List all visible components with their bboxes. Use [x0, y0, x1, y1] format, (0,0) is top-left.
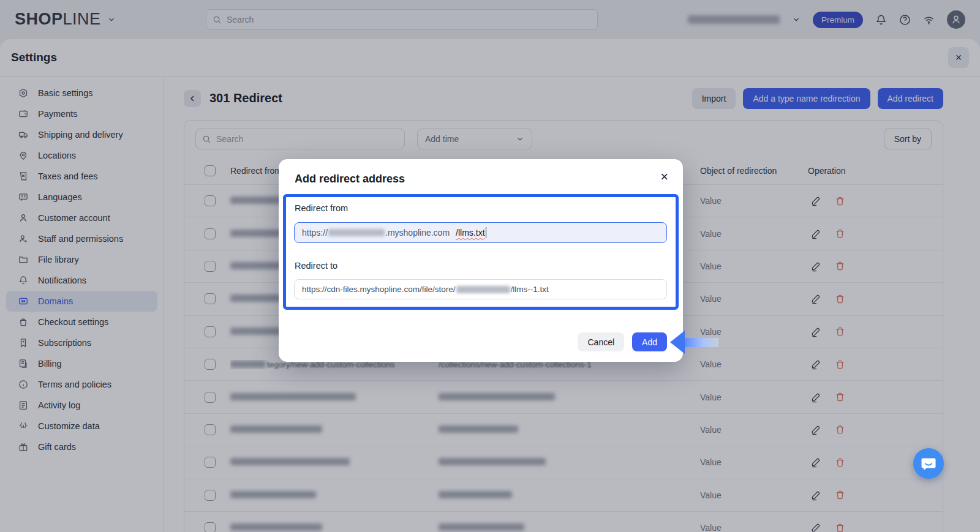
- add-redirect-modal: Add redirect address × Redirect from htt…: [279, 159, 683, 362]
- modal-close-icon[interactable]: ×: [660, 170, 668, 184]
- app-root: SHOPLINE Search Premium: [0, 0, 980, 532]
- modal-title: Add redirect address: [295, 173, 405, 185]
- tutorial-arrow-icon: [670, 331, 718, 354]
- text-caret: [486, 227, 487, 238]
- cancel-button[interactable]: Cancel: [578, 332, 624, 351]
- redirect-to-store-redacted: [456, 286, 510, 293]
- redirect-to-input[interactable]: https://cdn-files.myshopline.com/file/st…: [294, 279, 667, 299]
- add-button[interactable]: Add: [632, 332, 667, 351]
- redirect-from-label: Redirect from: [295, 203, 348, 213]
- redirect-from-typed-value: /llms.txt: [456, 228, 484, 238]
- chat-launcher-button[interactable]: [913, 448, 944, 479]
- redirect-from-domain-redacted: [328, 229, 385, 236]
- redirect-from-input[interactable]: https:// .myshopline.com /llms.txt: [294, 222, 667, 243]
- redirect-to-label: Redirect to: [295, 261, 337, 271]
